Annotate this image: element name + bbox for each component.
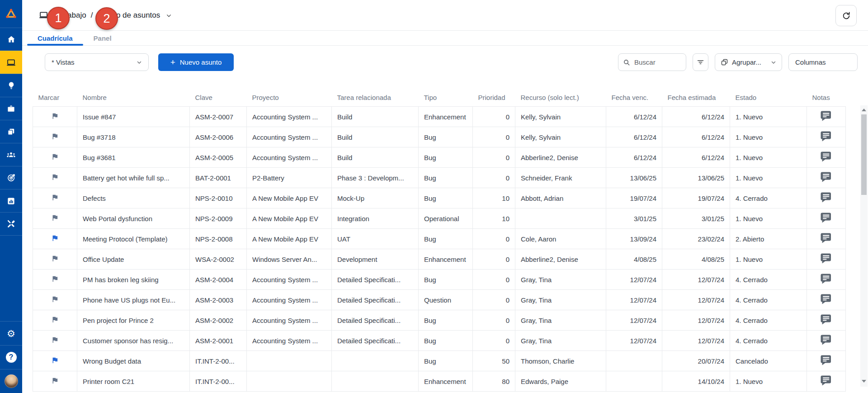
views-select[interactable]: * Vistas (45, 53, 149, 71)
cell-resource: Schneider, Frank (515, 168, 606, 188)
sidebar-item-team[interactable] (0, 143, 22, 166)
cell-status: 4. Cerrado (730, 331, 807, 351)
cell-priority: 80 (473, 371, 515, 392)
flag-icon[interactable] (51, 356, 59, 364)
column-header-task[interactable]: Tarea relacionada (332, 88, 419, 107)
note-icon[interactable] (821, 131, 832, 142)
flag-icon[interactable] (51, 295, 59, 303)
group-by-button[interactable]: Agrupar... (715, 53, 782, 71)
sidebar-item-my-workspace[interactable] (0, 51, 22, 74)
cell-status: 2. Abierto (730, 229, 807, 249)
topbar: Mi trabajo / Centro de asuntos (22, 0, 868, 31)
cell-task: Phase 3 : Developm... (332, 168, 419, 188)
flag-icon[interactable] (51, 133, 59, 140)
table-row[interactable]: Issue #847ASM-2-0007Accounting System ..… (33, 107, 846, 127)
note-icon[interactable] (821, 274, 832, 284)
column-header-resource[interactable]: Recurso (solo lect.) (515, 88, 606, 107)
note-icon[interactable] (821, 192, 832, 203)
cell-status: 1. Nuevo (730, 147, 807, 168)
flag-icon[interactable] (51, 194, 59, 201)
table-row[interactable]: Office UpdateWSA-2-0002Windows Server An… (33, 249, 846, 270)
table-row[interactable]: Phone have US plugs not Eu...ASM-2-0003A… (33, 290, 846, 310)
note-icon[interactable] (821, 111, 832, 121)
table-row[interactable]: PM has broken leg skiingASM-2-0004Accoun… (33, 270, 846, 290)
table-row[interactable]: Printer room C21IT.INT-2-00...Enhancemen… (33, 371, 846, 392)
scroll-down-arrow[interactable] (860, 378, 868, 385)
cell-priority: 0 (473, 147, 515, 168)
flag-icon[interactable] (51, 234, 59, 242)
cell-resource: Abberline2, Denise (515, 249, 606, 270)
flag-icon[interactable] (51, 275, 59, 283)
cell-project: Accounting System ... (247, 147, 332, 168)
cell-project: Windows Server An... (247, 249, 332, 270)
folders-icon (7, 128, 15, 136)
table-row[interactable]: DefectsNPS-2-0010A New Mobile App EVMock… (33, 188, 846, 208)
flag-icon[interactable] (51, 255, 59, 262)
flag-icon[interactable] (51, 316, 59, 323)
note-icon[interactable] (821, 335, 832, 345)
cell-estimated: 3/01/25 (662, 208, 730, 229)
vertical-scrollbar[interactable] (860, 105, 868, 387)
scroll-up-arrow[interactable] (860, 106, 868, 114)
note-icon[interactable] (821, 152, 832, 162)
cell-name: Customer sponsor has resig... (77, 331, 190, 351)
table-row[interactable]: Customer sponsor has resig...ASM-2-0001A… (33, 331, 846, 351)
sidebar-item-reports[interactable] (0, 189, 22, 212)
columns-button[interactable]: Columnas (788, 53, 858, 71)
cell-type: Bug (419, 351, 473, 371)
column-header-project[interactable]: Proyecto (247, 88, 332, 107)
scrollbar-thumb[interactable] (861, 114, 867, 195)
sidebar-item-help[interactable]: ? (0, 345, 22, 369)
table-row[interactable]: Bug #3718ASM-2-0006Accounting System ...… (33, 127, 846, 147)
new-issue-button[interactable]: + Nuevo asunto (158, 53, 234, 71)
note-icon[interactable] (821, 294, 832, 304)
column-header-flag[interactable]: Marcar (33, 88, 77, 107)
table-row[interactable]: Wrong Budget dataIT.INT-2-00...Bug50Thom… (33, 351, 846, 371)
app-logo[interactable] (0, 0, 22, 28)
sidebar-item-ideas[interactable] (0, 74, 22, 97)
column-header-type[interactable]: Tipo (419, 88, 473, 107)
sidebar-item-profile[interactable] (0, 369, 22, 393)
flag-icon[interactable] (51, 173, 59, 181)
column-header-priority[interactable]: Prioridad (473, 88, 515, 107)
column-header-notes[interactable]: Notas (807, 88, 846, 107)
note-icon[interactable] (821, 253, 832, 264)
search-input[interactable] (633, 58, 681, 66)
note-icon[interactable] (821, 233, 832, 243)
flag-icon[interactable] (51, 377, 59, 384)
tab-cuadricula[interactable]: Cuadrícula (27, 31, 83, 45)
note-icon[interactable] (821, 172, 832, 182)
flag-icon[interactable] (51, 336, 59, 344)
flag-icon[interactable] (51, 112, 59, 120)
note-icon[interactable] (821, 213, 832, 223)
column-header-status[interactable]: Estado (730, 88, 807, 107)
flag-icon[interactable] (51, 214, 59, 222)
refresh-button[interactable] (835, 5, 857, 26)
sidebar-item-home[interactable] (0, 28, 22, 51)
table-row[interactable]: Meeting Protocol (Template)NPS-2-0008A N… (33, 229, 846, 249)
flag-icon[interactable] (51, 153, 59, 161)
chevron-down-icon (137, 60, 142, 65)
column-header-key[interactable]: Clave (190, 88, 247, 107)
table-row[interactable]: Battery get hot while full sp...BAT-2-00… (33, 168, 846, 188)
column-header-due[interactable]: Fecha venc. (606, 88, 662, 107)
tab-panel[interactable]: Panel (83, 31, 122, 45)
sidebar-item-admin[interactable] (0, 212, 22, 235)
note-icon[interactable] (821, 355, 832, 365)
sidebar-item-projects[interactable] (0, 120, 22, 143)
table-row[interactable]: Bug #3681ASM-2-0005Accounting System ...… (33, 147, 846, 168)
column-header-name[interactable]: Nombre (77, 88, 190, 107)
search-box[interactable] (618, 53, 686, 71)
sidebar-item-goals[interactable] (0, 166, 22, 189)
sidebar-item-settings[interactable]: ⚙ (0, 321, 22, 345)
table-row[interactable]: Web Portal dysfunctionNPS-2-0009A New Mo… (33, 208, 846, 229)
table-row[interactable]: Pen project for Prince 2ASM-2-0002Accoun… (33, 310, 846, 331)
cell-due: 12/07/24 (606, 270, 662, 290)
filter-button[interactable] (693, 53, 708, 71)
note-icon[interactable] (821, 375, 832, 386)
cell-status: Cancelado (730, 351, 807, 371)
note-icon[interactable] (821, 314, 832, 325)
cell-due: 13/09/24 (606, 229, 662, 249)
column-header-estimated[interactable]: Fecha estimada (662, 88, 730, 107)
sidebar-item-portfolio[interactable] (0, 97, 22, 120)
